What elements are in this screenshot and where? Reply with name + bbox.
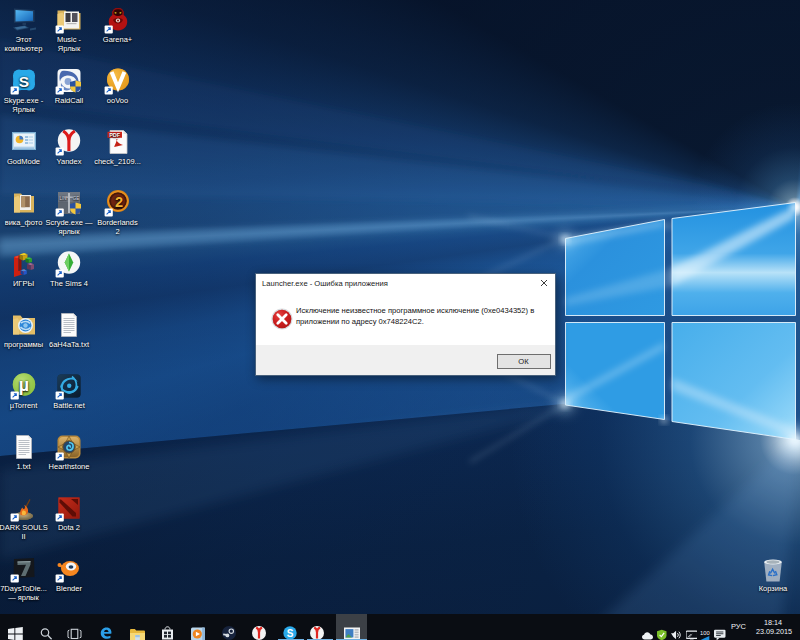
svg-text:2: 2: [114, 194, 122, 210]
svg-text:100: 100: [700, 630, 710, 636]
svg-text:S: S: [18, 73, 28, 90]
svg-text:PDF: PDF: [109, 132, 121, 138]
svg-text:S: S: [287, 628, 294, 639]
svg-text:µ: µ: [18, 375, 28, 395]
svg-text:LIN: LIN: [59, 196, 66, 201]
svg-text:GE: GE: [73, 196, 80, 201]
